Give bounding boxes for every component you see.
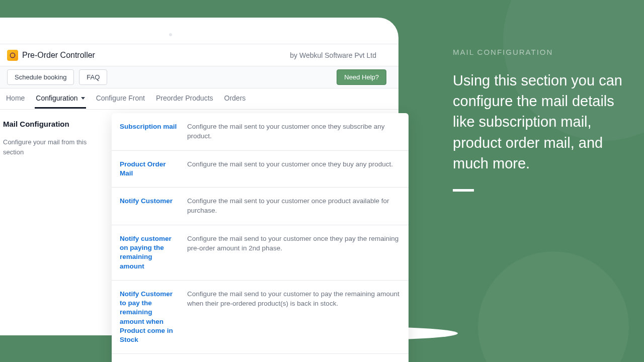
promo-panel: MAIL CONFIGURATION Using this section yo… (453, 48, 624, 192)
app-header: Pre-Order Controller by Webkul Software … (0, 44, 398, 66)
section-description: Configure your mail from this section (3, 137, 108, 157)
tab-label: Preorder Products (156, 94, 213, 102)
need-help-button[interactable]: Need Help? (337, 69, 386, 85)
section-title: Mail Configuration (3, 120, 108, 128)
window-control-dot (169, 33, 172, 36)
schedule-booking-button[interactable]: Schedule booking (7, 69, 74, 85)
tab-configuration[interactable]: Configuration (35, 89, 86, 109)
promo-eyebrow: MAIL CONFIGURATION (453, 48, 624, 56)
tab-label: Home (6, 94, 25, 102)
promo-body: Using this section you can configure the… (453, 70, 624, 174)
tab-home[interactable]: Home (5, 89, 26, 109)
mail-config-list: Subscription mail Configure the mail sen… (112, 113, 409, 362)
app-icon (7, 50, 18, 61)
tab-preorder-products[interactable]: Preorder Products (155, 89, 214, 109)
svg-point-0 (10, 53, 15, 57)
tab-label: Configure Front (96, 94, 145, 102)
decorative-circle (478, 251, 629, 362)
list-item: Notify Customers when Pre-Order Ends Con… (112, 354, 409, 362)
list-item: Notify Customer to pay the remaining amo… (112, 281, 409, 354)
list-item: Product Order Mail Configure the mail se… (112, 151, 409, 188)
mail-type-link[interactable]: Subscription mail (120, 122, 178, 141)
mail-type-desc: Configure the mail sent to your customer… (187, 122, 400, 141)
app-author: by Webkul Software Pvt Ltd (290, 51, 376, 59)
list-item: Notify Customer Configure the mail sent … (112, 188, 409, 225)
chevron-down-icon (81, 97, 85, 100)
tab-orders[interactable]: Orders (223, 89, 247, 109)
tab-label: Configuration (36, 94, 77, 102)
app-title: Pre-Order Controller (22, 51, 95, 60)
tab-label: Orders (224, 94, 246, 102)
list-item: Notify customer on paying the remaining … (112, 225, 409, 281)
window-titlebar (0, 18, 398, 44)
mail-type-desc: Configure the mail send to your customer… (187, 234, 400, 271)
mail-type-link[interactable]: Notify Customer to pay the remaining amo… (120, 290, 178, 344)
faq-button[interactable]: FAQ (79, 69, 107, 85)
mail-type-desc: Configure the mail sent to your customer… (187, 160, 400, 178)
tab-configure-front[interactable]: Configure Front (95, 89, 146, 109)
mail-type-link[interactable]: Product Order Mail (120, 160, 178, 178)
mail-type-desc: Configure the mail sent to your customer… (187, 197, 400, 216)
toolbar: Schedule booking FAQ Need Help? (0, 66, 398, 88)
sidebar: Mail Configuration Configure your mail f… (0, 110, 111, 335)
mail-type-link[interactable]: Notify customer on paying the remaining … (120, 234, 178, 271)
mail-type-link[interactable]: Notify Customer (120, 197, 178, 216)
mail-type-desc: Configure the mail send to your customer… (187, 290, 400, 344)
decorative-underline (453, 189, 474, 192)
nav-tabs: Home Configuration Configure Front Preor… (0, 88, 398, 110)
list-item: Subscription mail Configure the mail sen… (112, 113, 409, 151)
